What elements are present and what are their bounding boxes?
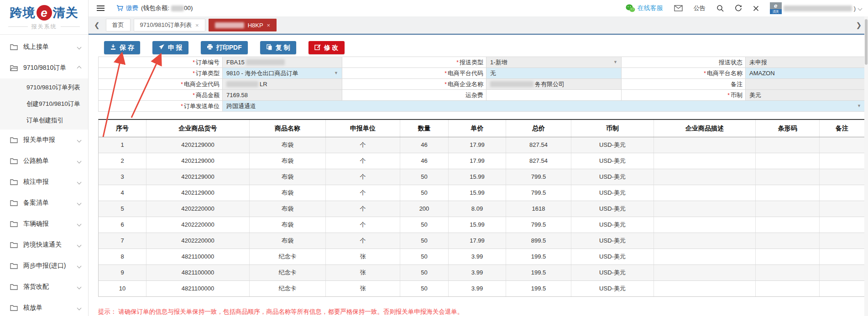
announcement-link[interactable]: 公告 <box>694 4 706 12</box>
vertical-scrollbar[interactable] <box>864 16 868 316</box>
table-cell: USD-美元 <box>571 249 654 264</box>
sidebar-item-label: 车辆确报 <box>23 220 49 228</box>
wechat-icon <box>626 4 635 12</box>
redacted-username <box>784 5 852 11</box>
sidebar-item[interactable]: 线上接单 <box>0 36 88 57</box>
tab-close-icon[interactable]: × <box>267 22 271 29</box>
tab-home[interactable]: 首页 <box>106 19 131 31</box>
table-cell: 15.99 <box>449 169 506 185</box>
chevron-down-icon <box>77 243 82 247</box>
table-row[interactable]: 34202129000布袋个5015.99799.5USD-美元 <box>99 169 864 185</box>
folder-icon <box>10 179 18 185</box>
brand-text-right: 清关 <box>53 5 78 21</box>
pay-link[interactable]: 缴费 <box>126 4 138 12</box>
sidebar-item[interactable]: 两步申报(进口) <box>0 255 88 276</box>
tabs-scroll-right-icon[interactable]: ❯ <box>853 21 864 29</box>
scrollbar-thumb[interactable] <box>865 19 868 65</box>
tabs-scroll-left-icon[interactable]: ❮ <box>91 21 103 29</box>
sidebar-item[interactable]: 车辆确报 <box>0 213 88 234</box>
edit-button[interactable]: 修 改 <box>309 41 345 54</box>
table-cell <box>654 169 756 185</box>
form-field-value[interactable]: 跨国通通道▼ <box>223 101 865 112</box>
sidebar-subitem[interactable]: 创建9710/9810订单 <box>0 96 88 112</box>
form-field-value[interactable]: 1-新增▼ <box>486 57 622 68</box>
sidebar-item[interactable]: 报关单申报 <box>0 130 88 150</box>
avatar: e 清关 <box>770 2 782 14</box>
table-cell: USD-美元 <box>571 233 654 249</box>
table-row[interactable]: 64202220000布袋个5015.99799.5USD-美元 <box>99 217 864 233</box>
table-cell <box>654 265 756 280</box>
sidebar-item[interactable]: 备案清单 <box>0 192 88 213</box>
table-cell <box>756 137 820 153</box>
table-row[interactable]: 94821100000纪念卡张503.99199.5USD-美元 <box>99 265 864 281</box>
sidebar-item[interactable]: 公路舱单 <box>0 150 88 171</box>
sidebar-item[interactable]: 核放单 <box>0 297 88 316</box>
sidebar-subitem[interactable]: 9710/9810订单列表 <box>0 79 88 96</box>
tab-close-icon[interactable]: × <box>195 22 199 29</box>
form-field-value[interactable] <box>746 79 865 90</box>
table-cell: 7 <box>99 233 146 249</box>
field-label-text: 订单发送单位 <box>184 103 220 109</box>
refresh-icon[interactable] <box>735 5 742 12</box>
sidebar-item[interactable]: 跨境快速通关 <box>0 234 88 255</box>
form-field-value[interactable]: 7169.58 <box>223 90 342 101</box>
table-cell: 布袋 <box>250 153 326 169</box>
table-cell: 4202220000 <box>146 217 250 233</box>
form-field-value[interactable]: 9810 - 海外仓出口商品订单▼ <box>223 68 342 79</box>
print-icon <box>207 44 213 52</box>
table-cell: 布袋 <box>250 169 326 185</box>
table-row[interactable]: 84821100000纪念卡张503.99199.5USD-美元 <box>99 249 864 265</box>
table-row[interactable]: 74202220000布袋个5017.99899.5USD-美元 <box>99 233 864 249</box>
search-icon[interactable] <box>716 5 724 12</box>
form-field-value[interactable]: 美元 <box>746 90 865 101</box>
save-button[interactable]: 保 存 <box>104 41 140 54</box>
table-row[interactable]: 104821100000纪念卡张503.99199.5USD-美元 <box>99 281 864 296</box>
field-label-text: 订单类型 <box>196 70 220 77</box>
table-cell: 50 <box>400 169 449 185</box>
form-field-value[interactable]: 务有限公司 <box>486 79 622 90</box>
tab-item[interactable]: 9710/9810订单列表× <box>134 19 205 31</box>
menu-toggle-icon[interactable] <box>97 5 105 11</box>
form-field-value[interactable]: 无 <box>486 68 622 79</box>
table-cell <box>756 233 820 249</box>
sidebar-item[interactable]: 落货改配 <box>0 276 88 297</box>
dropdown-arrow-icon[interactable]: ▼ <box>613 57 617 67</box>
online-service-link[interactable]: 在线客服 <box>626 4 663 12</box>
table-row[interactable]: 44202129000布袋个5015.99799.5USD-美元 <box>99 185 864 201</box>
field-value-text: FBA15 <box>226 57 245 67</box>
sidebar-item-label: 核放单 <box>23 304 42 312</box>
table-cell: 3.99 <box>449 265 506 280</box>
field-label-text: 币制 <box>731 92 743 98</box>
chevron-down-icon <box>858 6 863 10</box>
form-field-value[interactable]: FBA15 <box>223 57 342 68</box>
form-field-value[interactable]: AMAZON <box>746 68 865 79</box>
form-field-value[interactable]: LR <box>223 79 342 90</box>
form-field-label: *币制 <box>622 90 746 101</box>
form-field-value[interactable]: 未申报 <box>746 57 865 68</box>
table-header-cell: 单价 <box>449 120 506 137</box>
mail-icon[interactable] <box>674 5 683 11</box>
user-account[interactable]: e 清关 ) <box>770 2 862 14</box>
sidebar-item[interactable]: 9710/9810订单 <box>0 57 88 78</box>
close-icon[interactable] <box>753 5 759 11</box>
sidebar-subitem[interactable]: 订单创建指引 <box>0 112 88 129</box>
table-cell: 899.5 <box>506 233 571 249</box>
table-cell: 1618 <box>506 201 571 217</box>
dropdown-arrow-icon[interactable]: ▼ <box>334 68 338 78</box>
tab-item[interactable]: H8KP× <box>209 19 277 31</box>
chevron-down-icon <box>77 222 82 226</box>
sidebar-item[interactable]: 核注申报 <box>0 171 88 192</box>
dropdown-arrow-icon[interactable]: ▼ <box>857 101 861 111</box>
divider <box>8 26 28 27</box>
form-field-value[interactable] <box>486 90 622 101</box>
table-row[interactable]: 54202220000布袋个2008.091618USD-美元 <box>99 201 864 217</box>
form-field-label: 备注 <box>622 79 746 90</box>
table-cell: 纪念卡 <box>250 265 326 280</box>
table-row[interactable]: 24202129000布袋个4617.99827.54USD-美元 <box>99 153 864 169</box>
print-button[interactable]: 打印PDF <box>201 41 248 54</box>
pay-group[interactable]: 缴费 (钱包余额: 00) <box>116 4 193 12</box>
sidebar-item-label: 两步申报(进口) <box>23 262 66 270</box>
table-row[interactable]: 14202129000布袋个4617.99827.54USD-美元 <box>99 137 864 153</box>
copy-button[interactable]: 复 制 <box>260 41 296 54</box>
send-button[interactable]: 申 报 <box>152 41 188 54</box>
